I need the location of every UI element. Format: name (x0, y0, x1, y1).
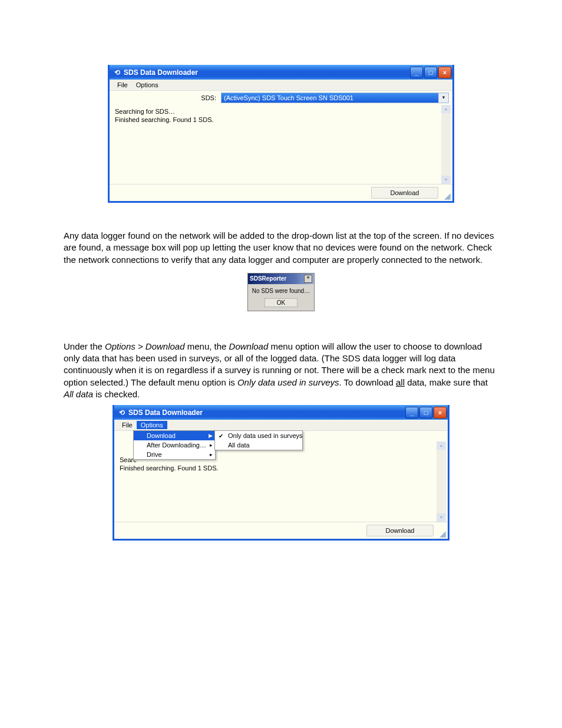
dialog-title: SDSReporter (250, 275, 286, 282)
sds-label: SDS: (113, 94, 221, 101)
sds-dropdown-value: (ActiveSync) SDS Touch Screen SN SDS001 (224, 94, 353, 101)
menu-bar: File Options Download ▶ After Downloadin… (114, 420, 448, 431)
menu-item-download[interactable]: Download ▶ (134, 431, 215, 440)
submenu-arrow-icon: ▶ (209, 433, 213, 439)
menu-item-all-data[interactable]: All data (215, 440, 302, 450)
chevron-down-icon[interactable]: ▼ (438, 93, 448, 103)
scroll-down-icon[interactable]: ▾ (437, 513, 446, 522)
menu-bar: File Options (110, 80, 452, 91)
submenu-arrow-icon: ▸ (210, 442, 213, 448)
sds-downloader-window-2: ⟲ SDS Data Downloader _ □ × File Options… (113, 405, 449, 541)
title-bar[interactable]: ⟲ SDS Data Downloader _ □ × (114, 405, 448, 420)
app-icon: ⟲ (118, 409, 126, 417)
title-bar[interactable]: ⟲ SDS Data Downloader _ □ × (110, 65, 452, 80)
ok-button[interactable]: OK (265, 298, 297, 307)
scroll-up-icon[interactable]: ▴ (441, 105, 451, 113)
submenu-arrow-icon: ▸ (210, 452, 213, 457)
window-title: SDS Data Downloader (128, 409, 203, 417)
log-line: Finished searching. Found 1 SDS. (115, 116, 447, 124)
scrollbar[interactable]: ▴ ▾ (437, 442, 446, 522)
scroll-up-icon[interactable]: ▴ (437, 442, 446, 450)
download-submenu: ✔ Only data used in surveys All data (214, 430, 303, 450)
resize-grip-icon[interactable]: ◢ (439, 531, 447, 538)
options-submenu: Download ▶ After Downloading… ▸ Drive ▸ (133, 430, 216, 460)
sds-dropdown[interactable]: (ActiveSync) SDS Touch Screen SN SDS001 … (221, 93, 449, 103)
close-button[interactable]: × (438, 67, 451, 78)
minimize-button[interactable]: _ (405, 407, 418, 419)
maximize-button[interactable]: □ (419, 407, 432, 419)
footer-bar: Download ◢ (110, 184, 452, 201)
close-icon[interactable]: × (304, 275, 312, 283)
download-button[interactable]: Download (371, 187, 438, 199)
sds-downloader-window-1: ⟲ SDS Data Downloader _ □ × File Options… (108, 65, 454, 203)
dialog-title-bar[interactable]: SDSReporter × (248, 274, 314, 284)
close-button[interactable]: × (434, 407, 447, 419)
resize-grip-icon[interactable]: ◢ (444, 193, 451, 200)
scrollbar[interactable]: ▴ ▾ (441, 105, 451, 184)
dialog-message: No SDS were found… (248, 284, 314, 296)
menu-item-after-downloading[interactable]: After Downloading… ▸ (134, 440, 215, 450)
check-icon: ✔ (219, 433, 223, 439)
menu-item-drive[interactable]: Drive ▸ (134, 450, 215, 459)
sds-row: SDS: (ActiveSync) SDS Touch Screen SN SD… (110, 91, 452, 105)
footer-bar: Download ◢ (114, 522, 448, 539)
menu-file[interactable]: File (113, 81, 132, 89)
body-paragraph: Any data logger found on the network wil… (64, 230, 498, 266)
menu-file[interactable]: File (118, 421, 137, 429)
menu-options[interactable]: Options (132, 81, 163, 89)
body-paragraph: Under the Options > Download menu, the D… (64, 341, 498, 400)
app-icon: ⟲ (113, 68, 121, 77)
menu-options[interactable]: Options (137, 421, 167, 429)
log-line: Finished searching. Found 1 SDS. (120, 464, 442, 472)
maximize-button[interactable]: □ (424, 67, 437, 78)
sdsreporter-dialog: SDSReporter × No SDS were found… OK (247, 273, 315, 311)
scroll-down-icon[interactable]: ▾ (441, 176, 451, 184)
minimize-button[interactable]: _ (410, 67, 423, 78)
window-title: SDS Data Downloader (124, 68, 198, 77)
log-area: Searching for SDS… Finished searching. F… (111, 105, 451, 184)
log-line: Searching for SDS… (115, 107, 447, 116)
download-button[interactable]: Download (366, 525, 434, 536)
menu-item-only-data-used[interactable]: ✔ Only data used in surveys (215, 431, 302, 440)
